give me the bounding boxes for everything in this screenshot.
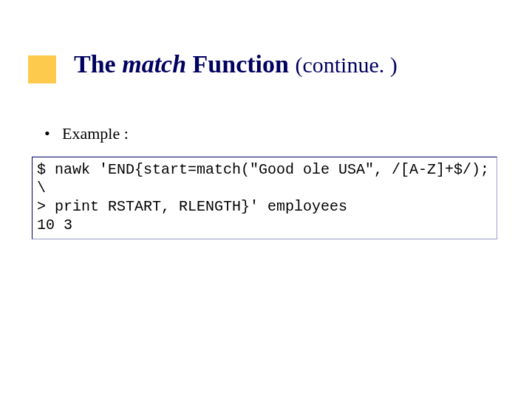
title-emph: match (122, 50, 186, 78)
slide-title: The match Function (continue. ) (74, 50, 398, 78)
code-line-3: 10 3 (37, 216, 72, 233)
code-block: $ nawk 'END{start=match("Good ole USA", … (32, 157, 497, 239)
code-line-2: > print RSTART, RLENGTH}' employees (37, 198, 347, 215)
title-continue: (continue. ) (295, 52, 397, 77)
title-post: Function (186, 50, 295, 78)
bullet-dot-icon: • (44, 124, 62, 143)
title-pre: The (74, 50, 122, 78)
example-bullet: •Example : (44, 124, 129, 143)
code-line-1: $ nawk 'END{start=match("Good ole USA", … (37, 161, 498, 197)
slide: The match Function (continue. ) •Example… (0, 0, 532, 399)
bullet-label: Example : (62, 124, 129, 143)
accent-square (28, 55, 56, 83)
